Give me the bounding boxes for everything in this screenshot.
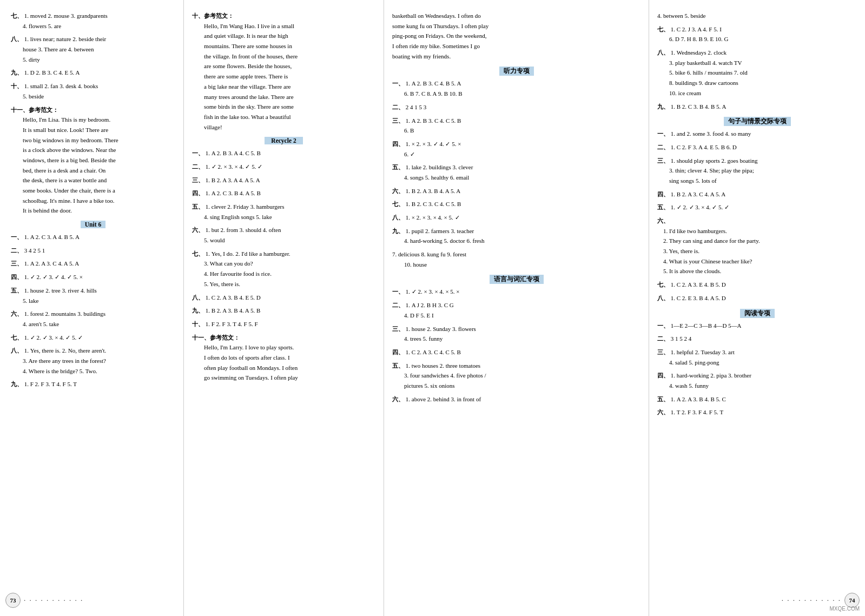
essay-line5: windows, there is a big bed. Beside the xyxy=(23,155,175,165)
r2-si: 四、 1. A 2. C 3. B 4. A 5. B xyxy=(192,188,375,198)
section-line1: 3 1 5 2 4 xyxy=(671,335,692,342)
section-label: 二、 xyxy=(192,163,204,170)
section-label: 六、 xyxy=(657,217,669,224)
section-line2: 3. four sandwiches 4. five photos / xyxy=(404,372,486,379)
section-line2: 6. D 7. H 8. B 9. E 10. G xyxy=(669,36,728,42)
section-line2: 3. thin; clever 4. She; play the pipa; xyxy=(669,167,754,174)
r2-wu: 五、 1. clever 2. Friday 3. hamburgers 4. … xyxy=(192,202,375,222)
section-label: 九、 xyxy=(11,69,23,76)
section-label: 十一、参考范文： xyxy=(11,107,58,113)
section-line1: 1. lake 2. buildings 3. clever xyxy=(406,164,473,170)
section-line1: 1. ✓ 2. × 3. × 4. ✓ 5. ✓ xyxy=(206,163,262,170)
tl-jiu: 九、 1. pupil 2. farmers 3. teacher 4. har… xyxy=(392,226,641,246)
section-shi: 十、 1. small 2. fan 3. desk 4. books 5. b… xyxy=(11,81,175,101)
section-line1: 1. B 2. C 3. B 4. B 5. A xyxy=(671,103,727,110)
section-line1: 1. ✓ 2. × 3. × 4. × 5. × xyxy=(406,288,460,295)
section-line2: 4. hard-working 5. doctor 6. fresh xyxy=(404,237,484,244)
essay-line5: are some flowers. Beside the houses, xyxy=(204,61,375,71)
jq-liu: 六、 1. I'd like two hamburgers. 2. They c… xyxy=(657,216,857,276)
yc-si: 四、 1. C 2. A 3. C 4. C 5. B xyxy=(392,347,641,357)
section-line2: 3. What can you do? xyxy=(204,259,375,269)
r2-liu: 六、 1. but 2. from 3. should 4. often 5. … xyxy=(192,225,375,245)
section-line1: 1. should play sports 2. goes boating xyxy=(671,157,758,164)
dots-left: · · · · · · · · · · · xyxy=(24,596,83,605)
tl-shi: 7. delicious 8. kung fu 9. forest 10. ho… xyxy=(392,249,641,269)
section-line1: 1. forest 2. mountains 3. buildings xyxy=(24,310,105,317)
section-line2: 5. lake xyxy=(23,297,38,304)
section-label: 八、 xyxy=(11,347,23,354)
r2-shiyi: 十一、参考范文： Hello, I'm Larry. I love to pla… xyxy=(192,333,375,383)
cont-line5: boating with my friends. xyxy=(392,51,641,62)
section-label: 六、 xyxy=(657,409,669,415)
section-line1: 1. A 2. B 3. C 4. B 5. A xyxy=(406,80,461,87)
r2-qi: 七、 1. Yes, I do. 2. I'd like a hamburger… xyxy=(192,249,375,289)
dots-right: · · · · · · · · · · · xyxy=(782,596,841,605)
tingli-label: 听力专项 xyxy=(499,67,534,76)
essay-line11: village! xyxy=(204,122,375,133)
section-label: 一、 xyxy=(392,288,404,295)
section-label: 七、 xyxy=(657,281,669,288)
section-line2: 4. sing English songs 5. lake xyxy=(204,214,272,220)
section-label: 六、 xyxy=(392,188,404,194)
section-line1: 1. T 2. F 3. F 4. F 5. T xyxy=(671,409,723,415)
section-line1: 1. B 2. A 3. A 4. A 5. A xyxy=(206,177,260,183)
recycle2-label: Recycle 2 xyxy=(265,137,302,144)
essay-line10: fish in the lake too. What a beautiful xyxy=(204,112,375,122)
section-line3: 5. bike 6. hills / mountains 7. old xyxy=(669,69,748,76)
yd-si: 四、 1. hard-working 2. pipa 3. brother 4.… xyxy=(657,370,857,390)
cont-liu: 4. between 5. beside xyxy=(657,11,857,21)
unit6-label: Unit 6 xyxy=(81,221,105,228)
section-line2: 10. house xyxy=(404,261,427,268)
tl-wu: 五、 1. lake 2. buildings 3. clever 4. son… xyxy=(392,162,641,182)
section-line1: 1. B 2. A 3. B 4. A 5. B xyxy=(206,307,260,314)
tl-yi: 一、 1. A 2. B 3. C 4. B 5. A 6. B 7. C 8.… xyxy=(392,78,641,98)
section-line3: 3. Yes, there is. xyxy=(663,246,857,256)
shi-ref: 十、参考范文： Hello, I'm Wang Hao. I live in a… xyxy=(192,11,375,132)
section-line1: 3 4 2 5 1 xyxy=(24,247,45,254)
essay-line3: mountains. There are some houses in xyxy=(204,41,375,51)
section-label: 九、 xyxy=(657,103,669,110)
section-line1: 1. I'd like two hamburgers. xyxy=(663,226,857,236)
section-label: 四、 xyxy=(657,372,669,379)
section-line1: 1. B 2. C 3. C 4. C 5. B xyxy=(406,201,461,207)
essay-line7: the desk, there is a water bottle and xyxy=(23,175,175,186)
section-line1: 1. C 2. E 3. B 4. A 5. D xyxy=(671,295,726,301)
section-label: 八、 xyxy=(657,49,669,56)
u6-san: 三、 1. A 2. A 3. C 4. A 5. A xyxy=(11,259,175,269)
r2-er: 二、 1. ✓ 2. × 3. × 4. ✓ 5. ✓ xyxy=(192,162,375,172)
tl-ba: 八、 1. × 2. × 3. × 4. × 5. ✓ xyxy=(392,213,641,223)
section-line1: 1. Yes, I do. 2. I'd like a hamburger. xyxy=(206,250,290,257)
essay-line4: is a clock above the windows. Near the xyxy=(23,145,175,155)
section-line2: 4. flowers 5. are xyxy=(23,23,61,29)
section-label: 十、参考范文： xyxy=(192,12,234,19)
section-line4: 8. buildings 9. draw cartoons xyxy=(669,80,738,86)
essay-line10: It is behind the door. xyxy=(23,206,175,216)
jq-yi: 一、 1. and 2. some 3. food 4. so many xyxy=(657,129,857,139)
section-label: 五、 xyxy=(657,204,669,210)
section-label: 二、 xyxy=(657,335,669,342)
section-line1: 1. lives near; nature 2. beside their xyxy=(24,36,107,42)
tl-liu: 六、 1. B 2. A 3. B 4. A 5. A xyxy=(392,186,641,196)
u6-er: 二、 3 4 2 5 1 xyxy=(11,246,175,256)
section-label: 十、 xyxy=(192,321,204,327)
u6-qi: 七、 1. ✓ 2. ✓ 3. × 4. ✓ 5. ✓ xyxy=(11,333,175,343)
u6-jiu: 九、 1. F 2. F 3. T 4. F 5. T xyxy=(11,379,175,389)
yuedu-label: 阅读专项 xyxy=(740,309,775,318)
section-label: 三、 xyxy=(11,260,23,267)
section-line1: 2 4 1 5 3 xyxy=(406,104,427,110)
section-line2: house 3. There are 4. between xyxy=(23,46,94,52)
section-label: 八、 xyxy=(657,295,669,301)
section-line1: 1. C 2. J 3. A 4. F 5. I xyxy=(671,26,722,32)
c4-ba: 八、 1. Wednesdays 2. clock 3. play basket… xyxy=(657,48,857,98)
section-line1: 1. but 2. from 3. should 4. often xyxy=(206,227,281,233)
section-label: 十、 xyxy=(11,83,23,89)
yc-liu: 六、 1. above 2. behind 3. in front of xyxy=(392,394,641,405)
section-line1: 1. C 2. A 3. B 4. E 5. D xyxy=(206,294,261,301)
section-line1: 1. and 2. some 3. food 4. so many xyxy=(671,130,751,137)
yd-er: 二、 3 1 5 2 4 xyxy=(657,334,857,344)
essay-line9: some birds in the sky. There are some xyxy=(204,102,375,112)
tl-er: 二、 2 4 1 5 3 xyxy=(392,102,641,112)
section-line1: 1. B 2. A 3. C 4. A 5. A xyxy=(671,191,725,197)
cont-essay: basketball on Wednesdays. I often do som… xyxy=(392,11,641,61)
section-line4: 5. Yes, there is. xyxy=(204,279,375,289)
